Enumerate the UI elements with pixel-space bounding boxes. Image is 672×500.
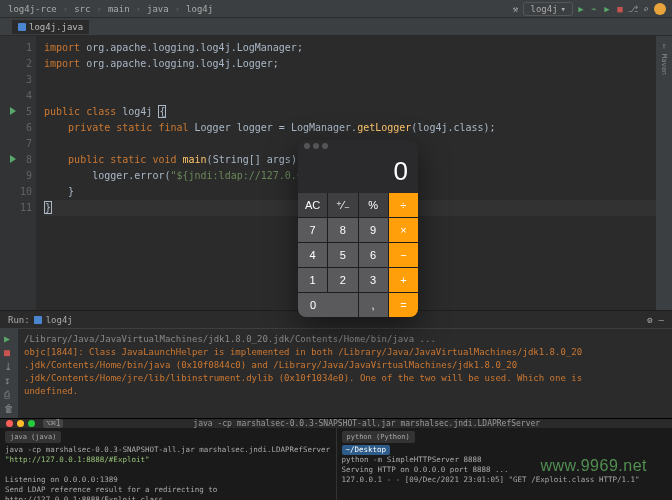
trash-icon[interactable]: 🗑 xyxy=(4,403,14,413)
exit-icon[interactable]: ⤓ xyxy=(4,361,14,371)
calc-0-button[interactable]: 0 xyxy=(298,293,358,317)
search-icon[interactable]: ⌕ xyxy=(641,4,651,14)
hide-icon[interactable]: — xyxy=(659,315,664,325)
line-gutter: 1 2 3 4 5 6 7 8 9 10 11 xyxy=(0,36,36,310)
scroll-icon[interactable]: ↧ xyxy=(4,375,14,385)
calc-9-button[interactable]: 9 xyxy=(359,218,388,242)
line-number: 3 xyxy=(0,72,32,88)
breadcrumb-item[interactable]: src xyxy=(72,4,92,14)
calc-5-button[interactable]: 5 xyxy=(328,243,357,267)
line-number: 4 xyxy=(0,88,32,104)
calc-clear-button[interactable]: AC xyxy=(298,193,327,217)
breadcrumb-item[interactable]: log4j xyxy=(184,4,215,14)
terminal-pane-right[interactable]: python (Python) ~/Desktop python -m Simp… xyxy=(336,428,673,500)
line-number: 5 xyxy=(0,104,32,120)
terminal-tab[interactable]: java (java) xyxy=(5,431,61,443)
maven-tab-icon[interactable]: Maven xyxy=(660,54,668,75)
console-line: objc[1844]: Class JavaLaunchHelper is im… xyxy=(24,346,666,359)
settings-icon[interactable]: ⚙ xyxy=(647,315,652,325)
zoom-icon[interactable] xyxy=(28,420,35,427)
console-line: /Library/Java/JavaVirtualMachines/jdk1.8… xyxy=(24,333,666,346)
console-line: .jdk/Contents/Home/bin/java (0x10f0844c0… xyxy=(24,359,666,372)
terminal-line: Serving HTTP on 0.0.0.0 port 8888 ... xyxy=(342,465,668,475)
line-number: 9 xyxy=(0,168,32,184)
run-tool-window: Run: log4j ⚙ — ▶ ■ ⤓ ↧ ⎙ 🗑 /Library/Java… xyxy=(0,310,672,418)
line-number: 6 xyxy=(0,120,32,136)
calc-divide-button[interactable]: ÷ xyxy=(389,193,418,217)
run-config-label: log4j xyxy=(530,4,557,14)
terminal-titlebar: ⌥⌘1 java -cp marshalsec-0.0.3-SNAPSHOT-a… xyxy=(0,419,672,428)
terminal-line: python -m SimpleHTTPServer 8888 xyxy=(342,455,668,465)
editor-tab-bar: log4j.java xyxy=(0,18,672,36)
calc-7-button[interactable]: 7 xyxy=(298,218,327,242)
run-config-dropdown[interactable]: log4j ▾ xyxy=(523,2,573,16)
main-toolbar: log4j-rce› src› main› java› log4j ⚒ log4… xyxy=(0,0,672,18)
right-tool-strip: ▯ Maven xyxy=(656,36,672,310)
terminal-title: java -cp marshalsec-0.0.3-SNAPSHOT-all.j… xyxy=(67,419,666,428)
calculator-window[interactable]: 0 AC ⁺∕₋ % ÷ 7 8 9 × 4 5 6 − 1 2 3 + 0 ,… xyxy=(298,140,418,317)
chevron-down-icon: ▾ xyxy=(561,4,566,14)
close-icon[interactable] xyxy=(6,420,13,427)
calc-8-button[interactable]: 8 xyxy=(328,218,357,242)
run-side-toolbar: ▶ ■ ⤓ ↧ ⎙ 🗑 xyxy=(0,329,18,418)
calc-minus-button[interactable]: − xyxy=(389,243,418,267)
terminal-line: Listening on 0.0.0.0:1389 xyxy=(5,475,331,485)
breadcrumb-item[interactable]: java xyxy=(145,4,171,14)
calculator-display: 0 xyxy=(298,152,418,193)
terminal-window: ⌥⌘1 java -cp marshalsec-0.0.3-SNAPSHOT-a… xyxy=(0,418,672,500)
calc-6-button[interactable]: 6 xyxy=(359,243,388,267)
gutter-run-icon[interactable] xyxy=(10,107,16,115)
git-icon[interactable]: ⎇ xyxy=(628,4,638,14)
calc-percent-button[interactable]: % xyxy=(359,193,388,217)
calc-1-button[interactable]: 1 xyxy=(298,268,327,292)
editor-tab[interactable]: log4j.java xyxy=(12,20,89,34)
terminal-line: Send LDAP reference result for a redirec… xyxy=(5,485,331,500)
calc-3-button[interactable]: 3 xyxy=(359,268,388,292)
run-label: Run: xyxy=(8,315,30,325)
console-output[interactable]: /Library/Java/JavaVirtualMachines/jdk1.8… xyxy=(18,329,672,418)
breadcrumb-item[interactable]: main xyxy=(106,4,132,14)
calc-2-button[interactable]: 2 xyxy=(328,268,357,292)
line-number: 1 xyxy=(0,40,32,56)
console-line: .jdk/Contents/Home/jre/lib/libinstrument… xyxy=(24,372,666,385)
minimize-icon[interactable] xyxy=(17,420,24,427)
minimize-icon[interactable] xyxy=(313,143,319,149)
stop-icon[interactable]: ■ xyxy=(4,347,14,357)
breadcrumb-item[interactable]: log4j-rce xyxy=(6,4,59,14)
calc-equals-button[interactable]: = xyxy=(389,293,418,317)
bookmarks-icon[interactable]: ▯ xyxy=(662,42,666,50)
zoom-icon[interactable] xyxy=(322,143,328,149)
terminal-line: ~/Desktop xyxy=(342,445,668,455)
calc-sign-button[interactable]: ⁺∕₋ xyxy=(328,193,357,217)
coverage-icon[interactable]: ▶ xyxy=(602,4,612,14)
calculator-titlebar[interactable] xyxy=(298,140,418,152)
java-file-icon xyxy=(34,316,42,324)
line-number: 8 xyxy=(0,152,32,168)
run-icon[interactable]: ▶ xyxy=(576,4,586,14)
terminal-tab[interactable]: python (Python) xyxy=(342,431,415,443)
calc-4-button[interactable]: 4 xyxy=(298,243,327,267)
terminal-pane-left[interactable]: java (java) java -cp marshalsec-0.0.3-SN… xyxy=(0,428,336,500)
calc-multiply-button[interactable]: × xyxy=(389,218,418,242)
build-icon[interactable]: ⚒ xyxy=(510,4,520,14)
print-icon[interactable]: ⎙ xyxy=(4,389,14,399)
terminal-line: java -cp marshalsec-0.0.3-SNAPSHOT-all.j… xyxy=(5,445,331,465)
shell-badge: ⌥⌘1 xyxy=(43,419,63,428)
line-number: 2 xyxy=(0,56,32,72)
line-number: 10 xyxy=(0,184,32,200)
close-icon[interactable] xyxy=(304,143,310,149)
debug-icon[interactable]: ⌁ xyxy=(589,4,599,14)
gutter-run-icon[interactable] xyxy=(10,155,16,163)
calc-decimal-button[interactable]: , xyxy=(359,293,388,317)
calculator-keypad: AC ⁺∕₋ % ÷ 7 8 9 × 4 5 6 − 1 2 3 + 0 , = xyxy=(298,193,418,317)
stop-icon[interactable]: ■ xyxy=(615,4,625,14)
rerun-icon[interactable]: ▶ xyxy=(4,333,14,343)
line-number: 11 xyxy=(0,200,32,216)
line-number: 7 xyxy=(0,136,32,152)
console-line: undefined. xyxy=(24,385,666,398)
run-config-name: log4j xyxy=(46,315,73,325)
avatar[interactable] xyxy=(654,3,666,15)
editor-tab-label: log4j.java xyxy=(29,22,83,32)
terminal-line: 127.0.0.1 - - [09/Dec/2021 23:01:05] "GE… xyxy=(342,475,668,485)
calc-plus-button[interactable]: + xyxy=(389,268,418,292)
